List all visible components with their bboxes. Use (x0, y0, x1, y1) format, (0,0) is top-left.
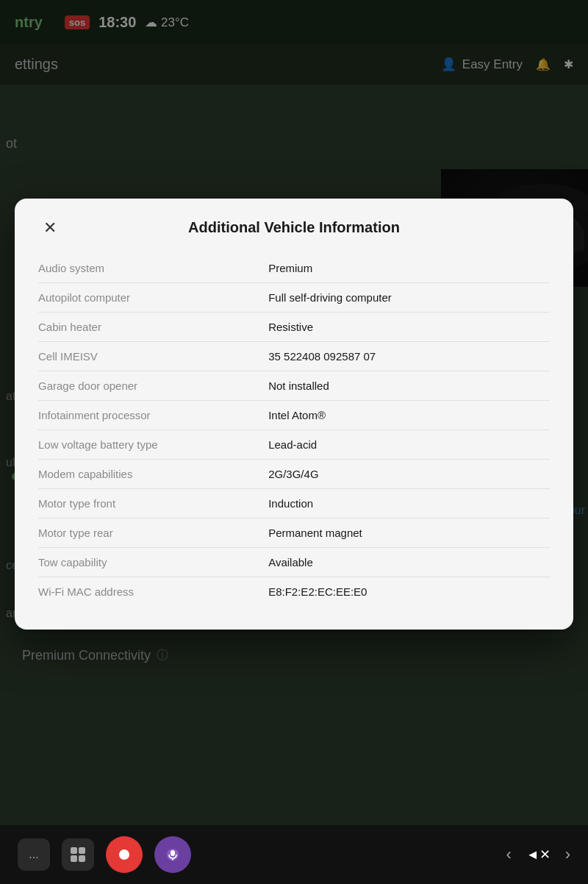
nav-right-arrow[interactable]: › (565, 845, 570, 864)
record-icon (118, 848, 131, 861)
modal-row: Motor type rearPermanent magnet (38, 518, 550, 548)
modal-row-value: Intel Atom® (268, 409, 550, 421)
modal-row-label: Cabin heater (38, 321, 268, 333)
modal-row-label: Cell IMEISV (38, 350, 268, 363)
record-button[interactable] (106, 836, 143, 873)
modal-row-value: Not installed (268, 379, 550, 392)
dots-button[interactable]: ... (18, 838, 50, 871)
close-button[interactable]: ✕ (38, 216, 62, 240)
modal-row: Motor type frontInduction (38, 489, 550, 518)
modal-row: Low voltage battery typeLead-acid (38, 430, 550, 460)
modal-row-value: 35 522408 092587 07 (268, 350, 550, 363)
modal-row-label: Motor type front (38, 497, 268, 510)
modal-row-value: Available (268, 556, 550, 568)
modal-row: Cabin heaterResistive (38, 313, 550, 342)
modal-row-label: Infotainment processor (38, 409, 268, 421)
modal-row: Tow capabilityAvailable (38, 548, 550, 577)
taskbar-left: ... (18, 836, 191, 873)
modal-row-label: Wi-Fi MAC address (38, 585, 268, 598)
modal-row-label: Tow capability (38, 556, 268, 568)
modal-row-label: Modem capabilities (38, 468, 268, 480)
taskbar-right: ‹ ◄✕ › (506, 845, 570, 864)
modal-row: Garage door openerNot installed (38, 371, 550, 401)
modal-row-value: Lead-acid (268, 438, 550, 451)
modal-row-value: Resistive (268, 321, 550, 333)
svg-point-7 (119, 849, 129, 860)
modal-title: Additional Vehicle Information (188, 219, 400, 236)
modal-row-label: Low voltage battery type (38, 438, 268, 451)
modal-row-value: Induction (268, 497, 550, 510)
modal-row: Autopilot computerFull self-driving comp… (38, 283, 550, 313)
modal-row-value: Premium (268, 262, 550, 274)
svg-rect-3 (71, 847, 77, 854)
modal-row: Modem capabilities2G/3G/4G (38, 460, 550, 489)
svg-rect-9 (171, 850, 175, 856)
nav-left-arrow[interactable]: ‹ (506, 845, 512, 864)
modal-rows-container: Audio systemPremiumAutopilot computerFul… (38, 254, 550, 606)
modal-row-value: E8:F2:E2:EC:EE:E0 (268, 585, 550, 598)
dots-icon: ... (29, 848, 38, 861)
modal-row: Cell IMEISV35 522408 092587 07 (38, 342, 550, 371)
modal-row: Infotainment processorIntel Atom® (38, 401, 550, 430)
taskbar: ... ‹ ◄✕ › (0, 825, 588, 884)
close-icon: ✕ (43, 218, 57, 238)
modal-row-label: Audio system (38, 262, 268, 274)
modal-row: Audio systemPremium (38, 254, 550, 283)
svg-rect-5 (71, 855, 77, 862)
svg-rect-4 (79, 847, 85, 854)
modal-row-label: Motor type rear (38, 527, 268, 539)
modal-row-value: 2G/3G/4G (268, 468, 550, 480)
modal-row: Wi-Fi MAC addressE8:F2:E2:EC:EE:E0 (38, 577, 550, 606)
svg-rect-6 (79, 855, 85, 862)
modal-row-value: Full self-driving computer (268, 291, 550, 304)
grid-icon (70, 846, 86, 863)
mic-icon (165, 847, 180, 862)
grid-button[interactable] (62, 838, 94, 871)
volume-mute-icon[interactable]: ◄✕ (526, 846, 551, 863)
modal-row-label: Autopilot computer (38, 291, 268, 304)
mic-button[interactable] (154, 836, 191, 873)
modal-row-label: Garage door opener (38, 379, 268, 392)
modal-header: ✕ Additional Vehicle Information (38, 219, 550, 236)
modal-row-value: Permanent magnet (268, 527, 550, 539)
vehicle-info-modal: ✕ Additional Vehicle Information Audio s… (15, 199, 573, 630)
